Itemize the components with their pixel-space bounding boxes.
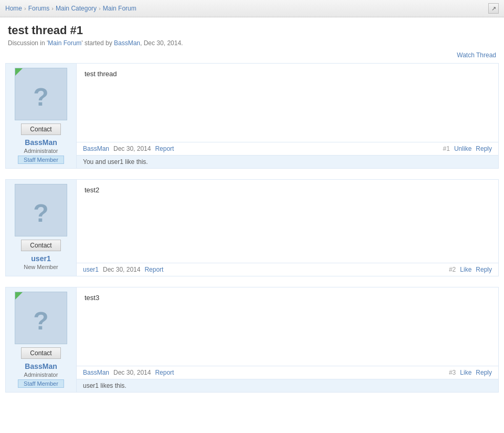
- breadcrumb-sep-2: ›: [51, 5, 54, 12]
- action-reply[interactable]: Reply: [476, 266, 492, 273]
- post-sidebar-3: ? Contact BassMan Administrator Staff Me…: [6, 287, 77, 392]
- online-badge: [15, 292, 23, 300]
- avatar-2: ?: [15, 184, 67, 236]
- post-date-3: Dec 30, 2014: [113, 369, 151, 376]
- likes-bar: You and user1 like this.: [77, 155, 498, 168]
- action-like[interactable]: Like: [460, 266, 471, 273]
- avatar-placeholder: ?: [33, 83, 48, 111]
- post-actions-2: #2 Like Reply: [449, 266, 492, 273]
- contact-button-1[interactable]: Contact: [21, 123, 60, 135]
- post-meta-1: BassMan Dec 30, 2014 Report: [83, 145, 174, 152]
- breadcrumb-main-category[interactable]: Main Category: [56, 5, 97, 12]
- user-role-2: New Member: [24, 264, 58, 270]
- watch-thread-button[interactable]: Watch Thread: [457, 51, 496, 59]
- post-date-1: Dec 30, 2014: [113, 145, 151, 152]
- post-date-2: Dec 30, 2014: [103, 266, 140, 273]
- post-sidebar-2: ? Contact user1 New Member: [6, 180, 77, 276]
- contact-button-3[interactable]: Contact: [21, 347, 60, 359]
- post-content-3: test3 BassMan Dec 30, 2014 Report #3 Lik…: [77, 287, 498, 392]
- action-reply[interactable]: Reply: [476, 145, 492, 152]
- breadcrumb: Home › Forums › Main Category › Main For…: [0, 0, 504, 17]
- breadcrumb-sep-1: ›: [24, 5, 26, 12]
- page-header: test thread #1 Discussion in 'Main Forum…: [0, 17, 504, 49]
- contact-button-2[interactable]: Contact: [21, 240, 60, 251]
- action-like[interactable]: Like: [460, 369, 471, 376]
- avatar-1: ?: [15, 68, 67, 120]
- user-role-1: Administrator: [24, 148, 58, 154]
- post-body-1: test thread: [77, 64, 498, 142]
- breadcrumb-home[interactable]: Home: [5, 5, 22, 12]
- subtitle-prefix: Discussion in ': [8, 39, 48, 47]
- post-number-3: #3: [449, 369, 456, 376]
- post-report-3[interactable]: Report: [155, 369, 174, 376]
- post-sidebar-1: ? Contact BassMan Administrator Staff Me…: [6, 64, 77, 168]
- post-author-link-1[interactable]: BassMan: [83, 145, 109, 152]
- post-meta-2: user1 Dec 30, 2014 Report: [83, 266, 163, 273]
- username-1[interactable]: BassMan: [25, 138, 57, 147]
- user-role-3: Administrator: [24, 372, 58, 378]
- post-1: ? Contact BassMan Administrator Staff Me…: [5, 63, 499, 169]
- page-title: test thread #1: [8, 24, 496, 37]
- post-report-2[interactable]: Report: [144, 266, 163, 273]
- username-3[interactable]: BassMan: [25, 362, 57, 370]
- username-2[interactable]: user1: [31, 254, 50, 263]
- breadcrumb-main-forum[interactable]: Main Forum: [103, 5, 136, 12]
- likes-bar: user1 likes this.: [77, 379, 498, 392]
- post-content-2: test2 user1 Dec 30, 2014 Report #2 Like …: [77, 180, 498, 276]
- action-unlike[interactable]: Unlike: [454, 145, 471, 152]
- avatar-placeholder: ?: [33, 199, 48, 228]
- page-subtitle: Discussion in 'Main Forum' started by Ba…: [8, 39, 496, 47]
- breadcrumb-forums[interactable]: Forums: [28, 5, 50, 12]
- online-badge: [15, 68, 23, 76]
- post-footer-3: BassMan Dec 30, 2014 Report #3 Like Repl…: [77, 366, 498, 379]
- post-2: ? Contact user1 New Member test2 user1 D…: [5, 179, 499, 276]
- external-link-icon[interactable]: ↗: [488, 3, 499, 14]
- post-actions-1: #1 Unlike Reply: [443, 145, 492, 152]
- post-number-1: #1: [443, 145, 450, 152]
- subtitle-forum-link[interactable]: Main Forum: [48, 39, 81, 47]
- post-report-1[interactable]: Report: [155, 145, 174, 152]
- staff-badge: Staff Member: [18, 379, 64, 388]
- post-author-link-2[interactable]: user1: [83, 266, 99, 273]
- post-actions-3: #3 Like Reply: [449, 369, 492, 376]
- avatar-placeholder: ?: [33, 306, 48, 335]
- subtitle-suffix: ' started by: [81, 39, 114, 47]
- post-body-3: test3: [77, 287, 498, 366]
- post-content-1: test thread BassMan Dec 30, 2014 Report …: [77, 64, 498, 168]
- staff-badge: Staff Member: [18, 156, 64, 164]
- post-3: ? Contact BassMan Administrator Staff Me…: [5, 287, 499, 393]
- action-reply[interactable]: Reply: [476, 369, 492, 376]
- post-meta-3: BassMan Dec 30, 2014 Report: [83, 369, 174, 376]
- breadcrumb-sep-3: ›: [99, 5, 101, 12]
- post-author-link-3[interactable]: BassMan: [83, 369, 109, 376]
- post-footer-1: BassMan Dec 30, 2014 Report #1 Unlike Re…: [77, 142, 498, 155]
- post-body-2: test2: [77, 180, 498, 263]
- subtitle-date: , Dec 30, 2014.: [140, 39, 183, 47]
- subtitle-user-link[interactable]: BassMan: [114, 39, 140, 47]
- posts-area: ? Contact BassMan Administrator Staff Me…: [0, 63, 504, 393]
- post-number-2: #2: [449, 266, 456, 273]
- avatar-3: ?: [15, 292, 67, 344]
- post-footer-2: user1 Dec 30, 2014 Report #2 Like Reply: [77, 263, 498, 276]
- watch-thread-bar: Watch Thread: [0, 49, 504, 63]
